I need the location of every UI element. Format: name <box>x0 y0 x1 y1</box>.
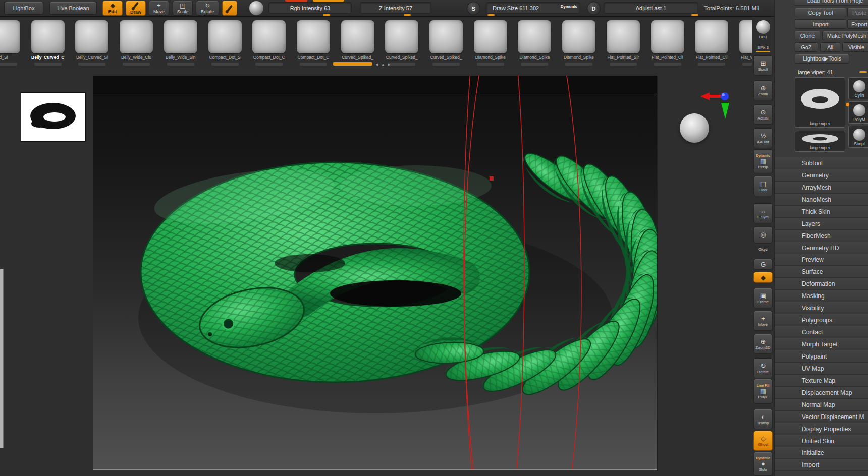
curve-mode-icon[interactable]: D <box>587 2 601 15</box>
palette-section-arraymesh[interactable]: ArrayMesh <box>775 182 868 194</box>
palette-section-uv-map[interactable]: UV Map <box>775 363 868 375</box>
spix-slider[interactable] <box>756 51 770 52</box>
gizmo-handle[interactable] <box>490 176 494 181</box>
rotate-button[interactable]: ↻Rotate <box>196 1 219 16</box>
brush-thumbnail-image[interactable] <box>31 20 65 53</box>
current-brush-button[interactable] <box>222 1 237 16</box>
brush-thumbnail-7[interactable]: Compact_Dot_C <box>296 20 331 60</box>
brush-thumbnail-6[interactable]: Compact_Dot_C <box>251 20 287 60</box>
paste-tool-button[interactable]: Paste <box>847 8 868 17</box>
palette-section-contact[interactable]: Contact <box>775 326 868 338</box>
brush-thumbnail-11[interactable]: Diamond_Spike <box>473 20 508 60</box>
stroke-type-icon[interactable]: S <box>467 2 480 15</box>
shelf-button-solo[interactable]: Dynamic●Solo <box>753 452 773 476</box>
brush-thumbnail-image[interactable] <box>385 20 418 53</box>
strip-scroll-segment[interactable] <box>742 63 752 66</box>
palette-section-displacement-map[interactable]: Displacement Map <box>775 387 868 399</box>
shelf-button-floor[interactable]: ▤Floor <box>753 176 773 196</box>
material-preview-icon[interactable] <box>249 1 263 15</box>
brush-thumbnail-1[interactable]: Belly_Curved_C <box>30 20 66 60</box>
strip-scroll-segment[interactable] <box>654 63 681 66</box>
brush-thumbnail-image[interactable] <box>75 20 108 53</box>
canvas-preview-thumbnail[interactable] <box>21 93 85 141</box>
brush-thumbnail-12[interactable]: Diamond_Spike <box>517 20 552 60</box>
palette-section-normal-map[interactable]: Normal Map <box>775 399 868 411</box>
shelf-button-local[interactable]: ◎ <box>753 226 773 244</box>
palette-section-geometry[interactable]: Geometry <box>775 169 868 182</box>
lightbox-tools-button[interactable]: Lightbox▶Tools <box>795 54 849 64</box>
shelf-button-aahalf[interactable]: ½AAHalf <box>753 128 773 148</box>
brush-thumbnail-3[interactable]: Belly_Wide_Clu <box>119 20 154 60</box>
palette-section-surface[interactable]: Surface <box>775 266 868 278</box>
goz-button[interactable]: GoZ <box>795 42 818 52</box>
live-boolean-button[interactable]: Live Boolean <box>49 2 97 15</box>
brush-thumbnail-image[interactable] <box>739 20 752 53</box>
make-polymesh-button[interactable]: Make PolyMesh <box>822 31 868 40</box>
current-tool-thumbnail[interactable]: large viper <box>795 77 845 128</box>
brush-thumbnail-image[interactable] <box>252 20 286 53</box>
move-button[interactable]: +Move <box>149 1 169 16</box>
edit-button[interactable]: ◈Edit <box>102 1 123 16</box>
brush-thumbnail-8[interactable]: Curved_Spiked_ <box>340 20 375 60</box>
shelf-button-move[interactable]: +Move <box>753 311 773 331</box>
brush-thumbnail-image[interactable] <box>120 20 153 53</box>
brush-thumbnail-image[interactable] <box>164 20 197 53</box>
shelf-button-gxyz[interactable]: Gxyz <box>753 247 773 252</box>
import-button[interactable]: Import <box>795 19 846 29</box>
strip-scroll-segment[interactable] <box>698 63 725 66</box>
shelf-button-spix[interactable]: SPix 3 <box>753 44 773 52</box>
strip-scroll-segment[interactable] <box>477 63 504 66</box>
palette-section-initialize[interactable]: Initialize <box>775 447 868 459</box>
brush-thumbnail-4[interactable]: Belly_Wide_Sin <box>163 20 198 60</box>
shelf-button-mirror[interactable]: ◆ <box>753 272 773 283</box>
shelf-button-scroll[interactable]: ⊞Scroll <box>753 55 773 76</box>
shelf-button-actual[interactable]: ⊙Actual <box>753 104 773 125</box>
shelf-button-transp[interactable]: ◐Transp <box>753 409 773 429</box>
lightbox-button[interactable]: LightBox <box>4 2 43 15</box>
goz-visible-button[interactable]: Visible <box>842 42 868 52</box>
palette-section-unified-skin[interactable]: Unified Skin <box>775 435 868 447</box>
brush-thumbnail-10[interactable]: Curved_Spiked_ <box>428 20 464 60</box>
palette-section-polygroups[interactable]: Polygroups <box>775 314 868 326</box>
brush-thumbnail-image[interactable] <box>518 20 551 53</box>
material-sphere-preview[interactable] <box>680 113 709 143</box>
shelf-button-ghost[interactable]: ◇Ghost <box>753 431 773 451</box>
strip-scroll-segment[interactable] <box>0 63 17 66</box>
scale-button[interactable]: ◳Scale <box>173 1 193 16</box>
brush-thumbnail-image[interactable] <box>562 20 595 53</box>
brush-thumbnail-5[interactable]: Compact_Dot_S <box>207 20 243 60</box>
draw-size-slider[interactable]: Draw Size 611.302 Dynamic <box>486 2 580 14</box>
brush-thumbnail-image[interactable] <box>341 20 374 53</box>
strip-scroll-segment[interactable] <box>521 63 548 66</box>
document-canvas[interactable] <box>93 76 658 470</box>
strip-scroll-segment[interactable] <box>34 63 62 66</box>
tool-slot-polymesh[interactable]: PolyM <box>848 101 868 124</box>
strip-scroll-segment[interactable] <box>610 63 637 66</box>
palette-section-deformation[interactable]: Deformation <box>775 278 868 290</box>
shelf-button-lsym[interactable]: ↔L.Sym <box>753 203 773 223</box>
shelf-button-gmode[interactable]: G <box>753 259 773 270</box>
shelf-button-polyf[interactable]: Line Fill▦PolyF <box>753 379 773 404</box>
strip-nav-arrows[interactable]: ◀ ▲ ▶ <box>375 63 392 67</box>
brush-thumbnail-image[interactable] <box>607 20 640 53</box>
palette-section-display-properties[interactable]: Display Properties <box>775 423 868 435</box>
palette-section-preview[interactable]: Preview <box>775 254 868 266</box>
shelf-button-rotate[interactable]: ↻Rotate <box>753 358 773 378</box>
brush-thumbnail-image[interactable] <box>429 20 463 53</box>
strip-scroll-segment[interactable] <box>167 63 194 66</box>
brush-thumbnail-16[interactable]: Flat_Pointed_Cli <box>694 20 729 60</box>
clone-button[interactable]: Clone <box>795 31 820 40</box>
strip-scroll-segment[interactable] <box>123 63 150 66</box>
strip-scroll-segment[interactable] <box>388 63 415 66</box>
palette-section-vector-displacement-m[interactable]: Vector Displacement M <box>775 411 868 423</box>
load-tools-button[interactable]: Load Tools From Proje <box>794 0 868 6</box>
palette-section-nanomesh[interactable]: NanoMesh <box>775 194 868 206</box>
brush-thumbnail-image[interactable] <box>695 20 728 53</box>
copy-tool-button[interactable]: Copy Tool <box>795 8 846 17</box>
shelf-button-zoom3d[interactable]: ⊕Zoom3D <box>753 334 773 354</box>
palette-section-import[interactable]: Import <box>775 459 868 471</box>
tool-slot-cylinder[interactable]: Cylin <box>848 77 868 99</box>
export-button[interactable]: Export <box>847 19 868 29</box>
color-swatch-red[interactable] <box>285 0 307 2</box>
brush-thumbnail-0[interactable]: d_Si <box>0 20 21 60</box>
